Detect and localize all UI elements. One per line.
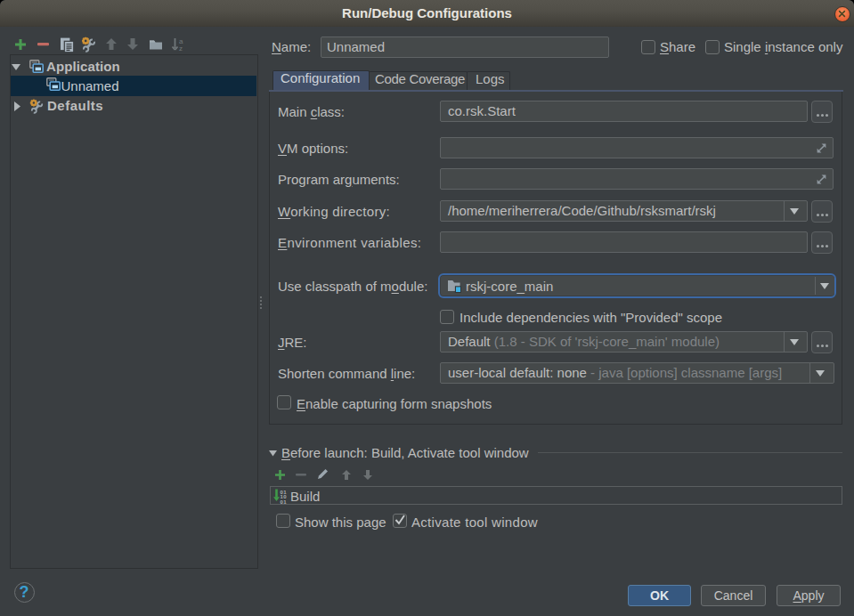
- svg-text:01: 01: [281, 499, 288, 505]
- svg-text:z: z: [179, 45, 183, 52]
